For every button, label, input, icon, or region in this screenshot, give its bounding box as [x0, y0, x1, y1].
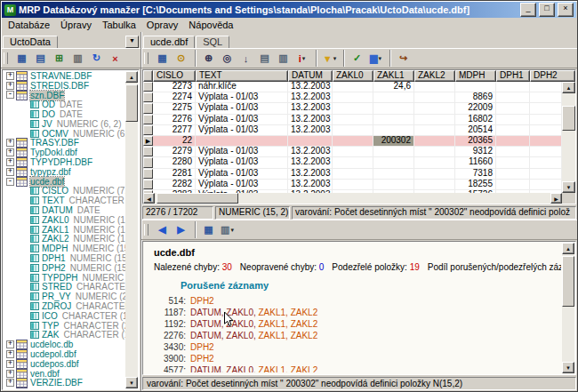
tab-uctodata[interactable]: UctoData — [3, 36, 58, 49]
toolbar-gripper[interactable] — [4, 52, 8, 64]
table-cell[interactable]: 13.2.2003 — [288, 157, 333, 167]
tree-node[interactable]: + vodicu.dbf — [4, 388, 125, 388]
table-cell[interactable] — [414, 92, 455, 102]
table-cell[interactable] — [530, 115, 562, 124]
table-cell[interactable]: 22 — [153, 136, 196, 146]
table-cell[interactable]: náhr.klíče — [196, 82, 288, 92]
tree-node[interactable]: ZAKL1 NUMERIC (15, 2) — [4, 225, 125, 235]
table-cell[interactable]: Výplata - 01/03 — [196, 115, 288, 124]
toolbar-button[interactable]: ↻ — [87, 52, 106, 66]
table-cell[interactable]: Výplata - 01/03 — [196, 157, 288, 167]
tree-node[interactable]: DPH1 NUMERIC (15, 2) — [4, 253, 125, 263]
scroll-down-icon[interactable]: ▼ — [562, 181, 575, 193]
table-cell[interactable] — [496, 103, 530, 113]
table-cell[interactable]: 2277 — [153, 125, 196, 135]
table-cell[interactable] — [496, 169, 530, 179]
scroll-thumb[interactable] — [125, 84, 138, 122]
tree-expand-toggle[interactable]: - — [6, 91, 14, 99]
table-cell[interactable] — [414, 136, 455, 146]
tree-node[interactable]: + ucdeloc.db — [4, 340, 125, 349]
scroll-up-icon[interactable]: ▲ — [562, 243, 574, 254]
menu-item[interactable]: Opravy — [141, 19, 183, 31]
close-button[interactable]: × — [558, 3, 574, 17]
tree-vscrollbar[interactable]: ▲ ▼ — [125, 71, 138, 388]
table-cell[interactable]: 13.2.2003 — [288, 115, 333, 124]
table-cell[interactable]: 13.2.2003 — [288, 147, 333, 156]
toolbar-button[interactable]: i ▾ — [293, 52, 311, 66]
table-cell[interactable]: 13.2.2003 — [288, 82, 333, 92]
toolbar-button[interactable]: ▦ — [12, 52, 31, 66]
column-header[interactable]: DPH2 — [530, 70, 575, 82]
table-cell[interactable] — [414, 82, 455, 92]
table-cell[interactable]: Výplata - 01/03 — [196, 169, 288, 179]
table-cell[interactable] — [373, 180, 414, 189]
table-cell[interactable] — [333, 147, 373, 156]
table-cell[interactable] — [196, 136, 288, 146]
tree-expand-toggle[interactable]: + — [6, 370, 14, 378]
table-cell[interactable] — [496, 157, 530, 167]
table-cell[interactable] — [373, 92, 414, 102]
table-cell[interactable]: Výplata - 01/03 — [196, 147, 288, 156]
report-vscrollbar[interactable]: ▲ ▼ — [562, 243, 574, 373]
column-header[interactable]: ZAKL2 — [414, 70, 455, 82]
column-header[interactable]: TEXT — [196, 70, 288, 82]
column-header[interactable]: MDPH — [455, 70, 496, 82]
table-cell[interactable]: Výplata - 01/03 — [196, 92, 288, 102]
table-row[interactable]: 2274Výplata - 01/0313.2.20038869 — [143, 92, 562, 103]
table-cell[interactable] — [496, 92, 530, 102]
toolbar-button[interactable]: ▥ — [68, 52, 87, 66]
tree-node[interactable]: ZAK CHARACTER (15) — [4, 331, 125, 340]
table-cell[interactable] — [373, 103, 414, 113]
toolbar-button[interactable]: × — [106, 52, 124, 66]
scroll-track[interactable] — [562, 254, 574, 362]
table-cell[interactable]: 13.2.2003 — [288, 103, 333, 113]
table-cell[interactable]: 2279 — [153, 147, 196, 156]
toolbar-button[interactable]: ▤ — [255, 52, 274, 66]
table-cell[interactable] — [455, 82, 496, 92]
tree-expand-toggle[interactable]: + — [6, 82, 14, 90]
table-cell[interactable] — [530, 125, 562, 135]
table-cell[interactable] — [530, 136, 562, 146]
tree-node[interactable]: DPH2 NUMERIC (15, 2) — [4, 263, 125, 273]
table-row[interactable]: 2277Výplata - 01/0313.2.200320514 — [143, 125, 562, 136]
table-cell[interactable] — [414, 115, 455, 124]
column-header[interactable]: ZAKL1 — [373, 70, 414, 82]
tree-node[interactable]: JV NUMERIC (6, 2) — [4, 119, 125, 129]
tree-expand-toggle[interactable]: + — [6, 340, 14, 348]
tree-node[interactable]: DATUM DATE — [4, 205, 125, 215]
table-row[interactable]: 2273náhr.klíče13.2.200324,6 — [143, 82, 562, 92]
tree-node[interactable]: + ucdepol.dbf — [4, 349, 125, 359]
table-cell[interactable] — [333, 136, 373, 146]
tree-node[interactable]: - szn.DBF — [4, 91, 125, 100]
tree-node[interactable]: + typypz.dbf — [4, 167, 125, 177]
tree-node[interactable]: PR_VY NUMERIC (2, 0) — [4, 292, 125, 301]
menu-item[interactable]: Nápověda — [183, 19, 238, 31]
table-cell[interactable] — [414, 157, 455, 167]
menu-item[interactable]: Databáze — [3, 19, 55, 31]
tree-node[interactable]: STRED CHARACTER (6) — [4, 283, 125, 292]
table-cell[interactable] — [496, 125, 530, 135]
scroll-thumb[interactable] — [157, 193, 238, 204]
scroll-track[interactable] — [125, 83, 138, 377]
table-cell[interactable]: 9312 — [455, 147, 496, 156]
table-cell[interactable]: 18255 — [455, 180, 496, 189]
toolbar-button[interactable]: ↪ — [394, 52, 413, 66]
tree-expand-toggle[interactable]: + — [6, 158, 14, 166]
grid-vscrollbar[interactable]: ▲ ▼ — [562, 82, 575, 193]
tree-node[interactable]: DO DATE — [4, 109, 125, 119]
tree-node[interactable]: + STREDIS.DBF — [4, 81, 125, 91]
table-cell[interactable]: 2273 — [153, 82, 196, 92]
table-cell[interactable] — [414, 169, 455, 179]
toolbar-button[interactable]: ▥ ▾ — [218, 223, 237, 237]
table-cell[interactable] — [333, 125, 373, 135]
table-cell[interactable] — [530, 92, 562, 102]
table-cell[interactable] — [333, 103, 373, 113]
toolbar-button[interactable]: ✓ — [348, 52, 366, 66]
toolbar-button[interactable]: ⊞ — [50, 52, 68, 66]
minimize-button[interactable]: _ — [520, 3, 536, 17]
table-cell[interactable]: 7318 — [455, 169, 496, 179]
tree-expand-toggle[interactable]: + — [6, 360, 14, 368]
table-cell[interactable] — [333, 169, 373, 179]
scroll-track[interactable] — [155, 193, 550, 204]
tree-expand-toggle[interactable]: + — [6, 168, 14, 176]
